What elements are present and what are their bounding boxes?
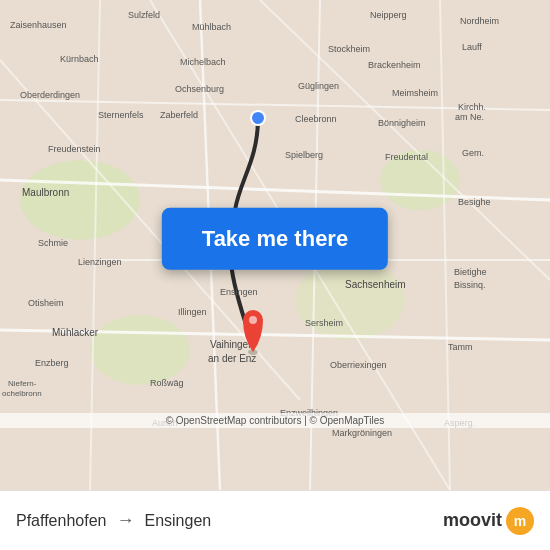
svg-text:Meimsheim: Meimsheim [392,88,438,98]
svg-text:Brackenheim: Brackenheim [368,60,421,70]
svg-text:Bietighe: Bietighe [454,267,487,277]
moovit-logo: moovit m [443,507,534,535]
arrow-icon: → [116,510,134,531]
svg-text:Zaberfeld: Zaberfeld [160,110,198,120]
svg-text:Bissinq.: Bissinq. [454,280,486,290]
svg-text:Besighe: Besighe [458,197,491,207]
svg-text:Nordheim: Nordheim [460,16,499,26]
svg-text:Tamm: Tamm [448,342,473,352]
svg-text:Neipperg: Neipperg [370,10,407,20]
svg-text:Niefern-: Niefern- [8,379,37,388]
svg-text:Schmie: Schmie [38,238,68,248]
svg-text:Freudenstein: Freudenstein [48,144,101,154]
svg-text:Sternenfels: Sternenfels [98,110,144,120]
svg-point-69 [249,316,257,324]
svg-text:Spielberg: Spielberg [285,150,323,160]
footer-route: Pfaffenhofen → Ensingen [16,510,211,531]
svg-text:am Ne.: am Ne. [455,112,484,122]
attribution: © OpenStreetMap contributors | © OpenMap… [0,413,550,428]
svg-text:Güglingen: Güglingen [298,81,339,91]
svg-point-1 [20,160,140,240]
svg-text:Stockheim: Stockheim [328,44,370,54]
svg-text:Oberriexingen: Oberriexingen [330,360,387,370]
map-container: Zaisenhausen Sulzfeld Mühlbach Neipperg … [0,0,550,490]
footer-bar: Pfaffenhofen → Ensingen moovit m [0,490,550,550]
svg-text:an der Enz: an der Enz [208,353,256,364]
svg-text:Cleebronn: Cleebronn [295,114,337,124]
svg-text:Zaisenhausen: Zaisenhausen [10,20,67,30]
svg-text:Roßwäg: Roßwäg [150,378,184,388]
svg-text:Otisheim: Otisheim [28,298,64,308]
svg-text:Lienzingen: Lienzingen [78,257,122,267]
svg-text:Mühlbach: Mühlbach [192,22,231,32]
moovit-brand-text: moovit [443,510,502,531]
svg-text:Enzberg: Enzberg [35,358,69,368]
svg-text:Maulbronn: Maulbronn [22,187,69,198]
svg-text:Lauff: Lauff [462,42,482,52]
svg-text:Sulzfeld: Sulzfeld [128,10,160,20]
svg-text:Illingen: Illingen [178,307,207,317]
svg-text:Kirchh.: Kirchh. [458,102,486,112]
svg-point-2 [90,315,190,385]
svg-text:Bönnigheim: Bönnigheim [378,118,426,128]
from-location: Pfaffenhofen [16,512,106,530]
svg-text:Gem.: Gem. [462,148,484,158]
moovit-logo-icon: m [506,507,534,535]
svg-text:ochelbronn: ochelbronn [2,389,42,398]
svg-text:Mühlacker: Mühlacker [52,327,99,338]
svg-text:Sersheim: Sersheim [305,318,343,328]
to-location: Ensingen [144,512,211,530]
svg-text:Sachsenheim: Sachsenheim [345,279,406,290]
svg-text:Michelbach: Michelbach [180,57,226,67]
svg-text:Kürnbach: Kürnbach [60,54,99,64]
svg-point-67 [252,112,264,124]
svg-text:Markgröningen: Markgröningen [332,428,392,438]
button-overlay: Take me there [162,208,388,270]
svg-text:Oberderdingen: Oberderdingen [20,90,80,100]
svg-text:Ochsenburg: Ochsenburg [175,84,224,94]
svg-text:Freudental: Freudental [385,152,428,162]
svg-text:Ensingen: Ensingen [220,287,258,297]
attribution-text: © OpenStreetMap contributors | © OpenMap… [166,415,385,426]
take-me-there-button[interactable]: Take me there [162,208,388,270]
